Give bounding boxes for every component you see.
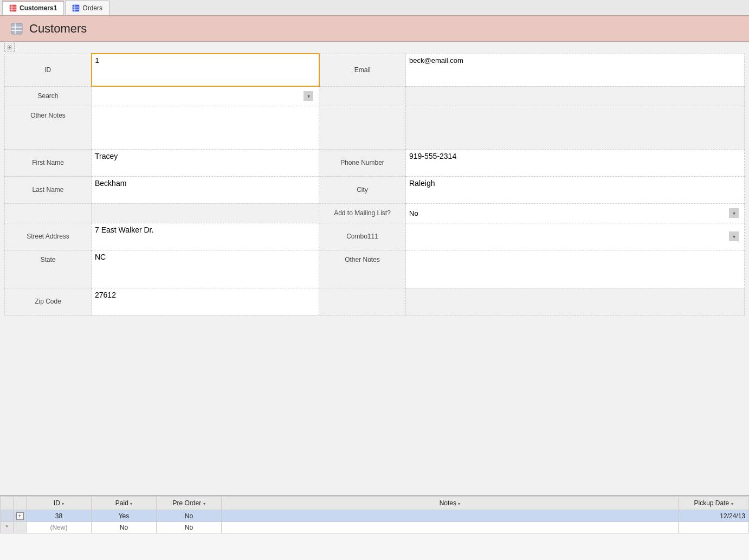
row-notes bbox=[222, 510, 679, 522]
other-notes2-input-cell[interactable] bbox=[406, 250, 745, 288]
col-preorder-label: Pre Order bbox=[172, 499, 201, 507]
phone-number-label: Phone Number bbox=[319, 149, 406, 176]
tab-orders-label: Orders bbox=[82, 4, 102, 12]
grid-indicator: ⊞ bbox=[0, 42, 749, 53]
main-content: Customers ⊞ ID bbox=[0, 16, 749, 560]
mailing-input-cell[interactable]: No Yes ▾ bbox=[406, 203, 745, 223]
search-dropdown[interactable]: ▾ bbox=[95, 92, 315, 100]
state-label: State bbox=[5, 250, 92, 288]
street-address-label: Street Address bbox=[5, 223, 92, 250]
tab-customers1-label: Customers1 bbox=[20, 4, 57, 12]
col-pickup-sort: ▾ bbox=[731, 501, 733, 506]
expand-button[interactable]: + bbox=[16, 512, 24, 520]
city-input-cell[interactable] bbox=[406, 176, 745, 203]
empty-cell-4 bbox=[406, 106, 745, 149]
empty-cell-2 bbox=[406, 86, 745, 106]
orders-table: ID ▾ Paid ▾ Pre Order ▾ Notes ▾ bbox=[0, 496, 749, 533]
tab-customers1[interactable]: Customers1 bbox=[2, 1, 64, 15]
tab-orders[interactable]: Orders bbox=[65, 1, 109, 15]
new-row-expand bbox=[14, 522, 27, 533]
row-preorder[interactable]: No bbox=[157, 510, 222, 522]
first-name-input-cell[interactable] bbox=[92, 149, 319, 176]
mailing-dropdown[interactable]: No Yes ▾ bbox=[409, 209, 741, 217]
empty-cell-3 bbox=[319, 106, 406, 149]
th-expand bbox=[14, 497, 27, 510]
new-row-notes bbox=[222, 522, 679, 533]
search-label: Search bbox=[5, 86, 92, 106]
th-notes[interactable]: Notes ▾ bbox=[222, 497, 679, 510]
th-preorder[interactable]: Pre Order ▾ bbox=[157, 497, 222, 510]
form-area: Customers ⊞ ID bbox=[0, 16, 749, 495]
new-row-id: (New) bbox=[27, 522, 92, 533]
col-notes-label: Notes bbox=[440, 499, 456, 507]
sub-table-section: ID ▾ Paid ▾ Pre Order ▾ Notes ▾ bbox=[0, 495, 749, 560]
last-name-input[interactable] bbox=[95, 179, 315, 188]
row-indicator bbox=[1, 510, 14, 522]
page-header: Customers bbox=[0, 16, 749, 42]
combo-label: Combo111 bbox=[319, 223, 406, 250]
orders-table-icon bbox=[72, 4, 80, 12]
empty-cell-8 bbox=[406, 288, 745, 315]
th-row-indicator bbox=[1, 497, 14, 510]
empty-cell-5 bbox=[5, 203, 92, 223]
th-paid[interactable]: Paid ▾ bbox=[92, 497, 157, 510]
email-label: Email bbox=[319, 54, 406, 86]
other-notes-label: Other Notes bbox=[5, 106, 92, 149]
new-row-preorder: No bbox=[157, 522, 222, 533]
zip-label: Zip Code bbox=[5, 288, 92, 315]
email-input-cell[interactable] bbox=[406, 54, 745, 86]
empty-cell-7 bbox=[319, 288, 406, 315]
row-pickup-date: 12/24/13 bbox=[679, 510, 749, 522]
new-row-paid: No bbox=[92, 522, 157, 533]
new-row-pickup-date bbox=[679, 522, 749, 533]
zip-input[interactable] bbox=[95, 291, 315, 299]
other-notes-input-cell[interactable] bbox=[92, 106, 319, 149]
phone-number-input[interactable] bbox=[409, 152, 741, 160]
city-input[interactable] bbox=[409, 179, 741, 188]
page-title: Customers bbox=[29, 22, 87, 36]
id-input-cell[interactable] bbox=[92, 54, 319, 86]
street-address-input[interactable] bbox=[95, 226, 315, 234]
svg-rect-0 bbox=[10, 5, 16, 11]
other-notes2-input[interactable] bbox=[409, 253, 741, 284]
street-address-input-cell[interactable] bbox=[92, 223, 319, 250]
col-preorder-sort: ▾ bbox=[203, 501, 205, 506]
search-select[interactable] bbox=[95, 92, 315, 100]
mailing-label: Add to Mailing List? bbox=[319, 203, 406, 223]
mailing-select[interactable]: No Yes bbox=[409, 209, 741, 217]
svg-rect-8 bbox=[11, 23, 22, 34]
state-input[interactable] bbox=[95, 253, 315, 261]
phone-number-input-cell[interactable] bbox=[406, 149, 745, 176]
row-paid[interactable]: Yes bbox=[92, 510, 157, 522]
zip-input-cell[interactable] bbox=[92, 288, 319, 315]
th-id[interactable]: ID ▾ bbox=[27, 497, 92, 510]
svg-rect-4 bbox=[73, 5, 79, 11]
last-name-input-cell[interactable] bbox=[92, 176, 319, 203]
expand-btn-cell[interactable]: + bbox=[14, 510, 27, 522]
email-input[interactable] bbox=[409, 56, 741, 65]
city-label: City bbox=[319, 176, 406, 203]
form-container: ID Email Search bbox=[0, 53, 749, 316]
col-id-label: ID bbox=[54, 499, 60, 507]
col-id-sort: ▾ bbox=[62, 501, 64, 506]
table-row[interactable]: * (New) No No bbox=[1, 522, 749, 533]
header-table-icon bbox=[11, 23, 23, 35]
th-pickup-date[interactable]: Pickup Date ▾ bbox=[679, 497, 749, 510]
new-row-indicator: * bbox=[1, 522, 14, 533]
combo-dropdown[interactable]: ▾ bbox=[409, 233, 741, 241]
empty-cell-1 bbox=[319, 86, 406, 106]
state-input-cell[interactable] bbox=[92, 250, 319, 288]
first-name-label: First Name bbox=[5, 149, 92, 176]
col-paid-sort: ▾ bbox=[130, 501, 132, 506]
row-id[interactable]: 38 bbox=[27, 510, 92, 522]
combo-input-cell[interactable]: ▾ bbox=[406, 223, 745, 250]
combo-select[interactable] bbox=[409, 233, 741, 241]
first-name-input[interactable] bbox=[95, 152, 315, 160]
id-label: ID bbox=[5, 54, 92, 86]
empty-cell-6 bbox=[92, 203, 319, 223]
table-row[interactable]: + 38 Yes No 12/24/13 bbox=[1, 510, 749, 522]
other-notes-input[interactable] bbox=[95, 108, 315, 145]
id-input[interactable] bbox=[95, 56, 315, 65]
search-input-cell[interactable]: ▾ bbox=[92, 86, 319, 106]
col-notes-sort: ▾ bbox=[458, 501, 460, 506]
